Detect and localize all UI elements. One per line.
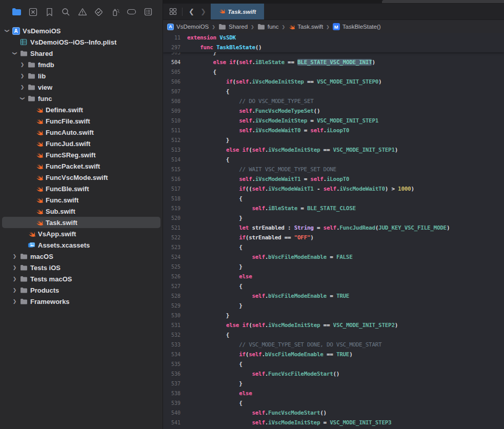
sidebar-item-assets-xcassets[interactable]: ❯Assets.xcassets: [2, 239, 160, 251]
line-number[interactable]: 536: [163, 371, 180, 377]
line-number[interactable]: 529: [163, 303, 180, 309]
code-line-509[interactable]: 509 self.FuncVscModeTypeSet(): [163, 106, 504, 116]
code-editor[interactable]: 11extension VsSDK297 func TaskBleState()…: [163, 33, 504, 429]
code-line-527[interactable]: 527 {: [163, 281, 504, 291]
line-number[interactable]: 510: [163, 118, 180, 124]
code-line-538[interactable]: 538 else: [163, 389, 504, 398]
code-line-530[interactable]: 530 }: [163, 311, 504, 320]
disclosure-chevron-icon[interactable]: ❯: [20, 95, 25, 103]
sidebar-item-sub-swift[interactable]: ❯Sub.swift: [2, 206, 160, 217]
line-number[interactable]: 530: [163, 313, 180, 318]
line-number[interactable]: 534: [163, 352, 180, 357]
line-number[interactable]: 503: [163, 52, 180, 55]
line-number[interactable]: 539: [163, 400, 180, 406]
warning-triangle-icon[interactable]: [77, 7, 88, 17]
code-line-11[interactable]: 11extension VsSDK: [163, 33, 504, 43]
line-number[interactable]: 533: [163, 342, 180, 348]
sidebar-item-view[interactable]: ❯view: [2, 81, 160, 93]
sidebar-item-tests-macos[interactable]: ❯Tests macOS: [2, 273, 160, 284]
sidebar-item-funcjud-swift[interactable]: ❯FuncJud.swift: [2, 138, 160, 149]
code-line-541[interactable]: 541 self.iVscModeInitStep = VSC_MODE_INI…: [163, 418, 504, 427]
code-line-512[interactable]: 512 }: [163, 135, 504, 145]
line-number[interactable]: 523: [163, 244, 180, 250]
code-line-513[interactable]: 513 else if(self.iVscModeInitStep == VSC…: [163, 145, 504, 155]
code-line-511[interactable]: 511 self.iVscModeWaitT0 = self.iLoopT0: [163, 126, 504, 135]
diamond-check-icon[interactable]: [94, 7, 104, 17]
code-line-534[interactable]: 534 if(self.bVscFileModeEnable == TRUE): [163, 350, 504, 359]
sidebar-item-funcpacket-swift[interactable]: ❯FuncPacket.swift: [2, 160, 160, 172]
search-icon[interactable]: [61, 7, 71, 17]
x-square-icon[interactable]: [28, 7, 38, 17]
back-chevron-icon[interactable]: ❮: [186, 8, 197, 15]
sidebar-item-frameworks[interactable]: ❯Frameworks: [2, 296, 160, 307]
sidebar-item-funcsreg-swift[interactable]: ❯FuncSReg.swift: [2, 149, 160, 160]
code-line-514[interactable]: 514 {: [163, 155, 504, 165]
sidebar-item-funcble-swift[interactable]: ❯FuncBle.swift: [2, 183, 160, 194]
code-line-524[interactable]: 524 self.bVscFileModeEnable = FALSE: [163, 252, 504, 262]
code-line-506[interactable]: 506 if(self.iVscModeInitStep == VSC_MODE…: [163, 77, 504, 87]
code-line-521[interactable]: 521 let strEnabled : String = self.FuncJ…: [163, 223, 504, 233]
code-line-532[interactable]: 532 {: [163, 330, 504, 340]
tab-task-swift[interactable]: Task.swift: [211, 4, 264, 19]
code-line-297[interactable]: 297 func TaskBleState(): [163, 43, 504, 52]
code-line-517[interactable]: 517 if((self.iVscModeWaitT1 - self.iVscM…: [163, 184, 504, 194]
sidebar-item-tests-ios[interactable]: ❯Tests iOS: [2, 262, 160, 273]
line-number[interactable]: 516: [163, 176, 180, 182]
sidebar-item-shared[interactable]: ❯Shared: [2, 48, 160, 59]
related-items-grid-icon[interactable]: [168, 7, 178, 17]
code-line-535[interactable]: 535 {: [163, 359, 504, 369]
line-number[interactable]: 541: [163, 420, 180, 425]
breadcrumb-item-taskblestate-[interactable]: MTaskBleState(): [333, 23, 381, 30]
sidebar-item-func[interactable]: ❯func: [2, 93, 160, 104]
code-line-515[interactable]: 515 // WAIT VSC_MODE_TYPE_SET DONE: [163, 165, 504, 174]
code-line-526[interactable]: 526 else: [163, 272, 504, 281]
code-line-516[interactable]: 516 self.iVscModeWaitT1 = self.iLoopT0: [163, 174, 504, 184]
line-number[interactable]: 520: [163, 215, 180, 221]
sidebar-item-vsapp-swift[interactable]: ❯VsApp.swift: [2, 228, 160, 239]
breadcrumb-item-task-swift[interactable]: Task.swift: [288, 24, 323, 30]
disclosure-chevron-icon[interactable]: ❯: [5, 27, 10, 35]
line-number[interactable]: 537: [163, 381, 180, 386]
project-navigator-folder-icon[interactable]: [11, 7, 22, 17]
code-line-531[interactable]: 531 else if(self.iVscModeInitStep == VSC…: [163, 320, 504, 330]
sidebar-item-define-swift[interactable]: ❯Define.swift: [2, 104, 160, 115]
line-number[interactable]: 526: [163, 274, 180, 279]
spray-can-icon[interactable]: [110, 7, 120, 17]
code-line-510[interactable]: 510 self.iVscModeInitStep = VSC_MODE_INI…: [163, 116, 504, 126]
line-number[interactable]: 514: [163, 157, 180, 162]
disclosure-chevron-icon[interactable]: ❯: [11, 276, 18, 281]
line-number[interactable]: 517: [163, 186, 180, 192]
code-line-529[interactable]: 529 }: [163, 301, 504, 311]
line-number[interactable]: 538: [163, 391, 180, 396]
sidebar-item-funcvscmode-swift[interactable]: ❯FuncVscMode.swift: [2, 172, 160, 183]
code-line-539[interactable]: 539 {: [163, 398, 504, 408]
line-number[interactable]: 506: [163, 79, 180, 85]
line-number[interactable]: 504: [163, 59, 180, 65]
code-line-525[interactable]: 525 }: [163, 262, 504, 272]
line-number[interactable]: 512: [163, 137, 180, 143]
breadcrumb-item-vsdemoios[interactable]: AVsDemoiOS: [167, 24, 209, 30]
code-line-540[interactable]: 540 self.FuncVscModeStart(): [163, 408, 504, 418]
disclosure-chevron-icon[interactable]: ❯: [18, 85, 26, 90]
line-number[interactable]: 527: [163, 283, 180, 289]
disclosure-chevron-icon[interactable]: ❯: [11, 299, 18, 304]
line-number[interactable]: 297: [163, 45, 180, 50]
disclosure-chevron-icon[interactable]: ❯: [18, 73, 26, 78]
sidebar-item-task-swift[interactable]: ❯Task.swift: [2, 217, 160, 228]
line-number[interactable]: 521: [163, 225, 180, 231]
disclosure-chevron-icon[interactable]: ❯: [11, 254, 18, 259]
disclosure-chevron-icon[interactable]: ❯: [18, 62, 26, 67]
line-number[interactable]: 515: [163, 167, 180, 172]
line-number[interactable]: 535: [163, 361, 180, 367]
line-number[interactable]: 525: [163, 264, 180, 270]
code-line-522[interactable]: 522 if(strEnabled == "OFF"): [163, 233, 504, 242]
sidebar-item-func-swift[interactable]: ❯Func.swift: [2, 194, 160, 206]
disclosure-chevron-icon[interactable]: ❯: [12, 50, 17, 57]
line-number[interactable]: 519: [163, 206, 180, 211]
sidebar-item-funcfile-swift[interactable]: ❯FuncFile.swift: [2, 115, 160, 127]
line-number[interactable]: 532: [163, 332, 180, 338]
code-line-508[interactable]: 508 // DO VSC_MODE_TYPE_SET: [163, 96, 504, 106]
sidebar-item-fmdb[interactable]: ❯fmdb: [2, 59, 160, 70]
code-line-533[interactable]: 533 // VSC_MODE_TYPE_SET DONE, DO VSC_MO…: [163, 340, 504, 350]
line-number[interactable]: 11: [163, 35, 180, 40]
